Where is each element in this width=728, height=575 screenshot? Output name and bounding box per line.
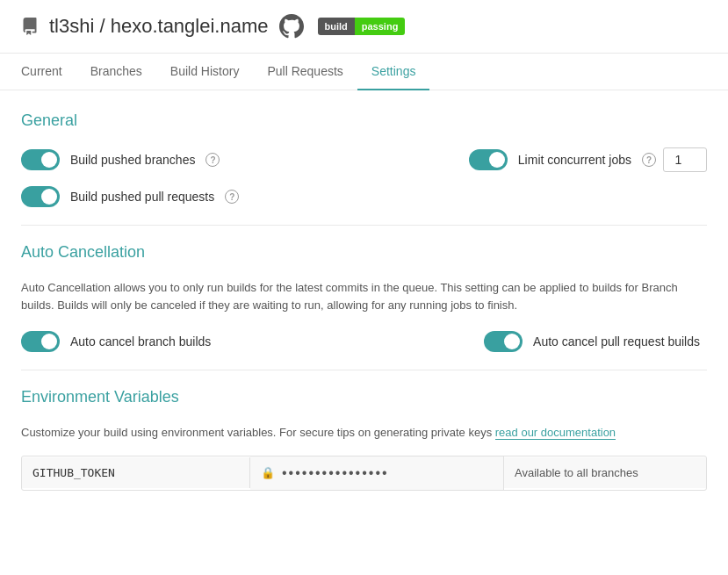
limit-concurrent-jobs-label: Limit concurrent jobs bbox=[518, 153, 631, 167]
tab-pull-requests[interactable]: Pull Requests bbox=[253, 54, 357, 90]
toggle-check-icon-5: ✓ bbox=[510, 335, 517, 345]
badge-build-label: build bbox=[318, 18, 355, 35]
tab-branches[interactable]: Branches bbox=[76, 54, 156, 90]
toggle-check-icon: ✓ bbox=[47, 154, 54, 163]
toggle-check-icon-3: ✓ bbox=[47, 190, 54, 200]
build-badge: build passing bbox=[318, 18, 406, 35]
auto-cancel-pull-request-toggle[interactable]: ✓ bbox=[484, 331, 523, 352]
general-section-title: General bbox=[21, 111, 707, 130]
toggle-track-4: ✓ bbox=[21, 331, 60, 352]
env-row: GITHUB_TOKEN 🔒 •••••••••••••••• Availabl… bbox=[22, 456, 706, 490]
auto-cancel-branch-label: Auto cancel branch builds bbox=[70, 334, 211, 349]
toggle-track-3: ✓ bbox=[21, 186, 60, 207]
limit-concurrent-jobs-input[interactable] bbox=[663, 147, 707, 172]
build-pushed-branches-toggle[interactable]: ✓ bbox=[21, 149, 60, 170]
tab-current[interactable]: Current bbox=[21, 54, 76, 90]
limit-concurrent-jobs-right: ✓ Limit concurrent jobs ? bbox=[364, 147, 708, 172]
limit-concurrent-jobs-toggle[interactable]: ✓ bbox=[469, 149, 508, 170]
limit-concurrent-jobs-help-icon[interactable]: ? bbox=[642, 153, 656, 167]
toggle-check-icon-2: ✓ bbox=[495, 154, 502, 163]
env-vars-section-title: Environment Variables bbox=[21, 388, 707, 406]
badge-status-label: passing bbox=[355, 18, 406, 35]
auto-cancel-branch-left: ✓ Auto cancel branch builds bbox=[21, 331, 364, 352]
build-pushed-pull-requests-label: Build pushed pull requests bbox=[70, 190, 214, 204]
divider-2 bbox=[21, 370, 707, 370]
github-icon[interactable] bbox=[279, 14, 304, 39]
lock-icon: 🔒 bbox=[261, 466, 275, 479]
build-pushed-branches-row: ✓ Build pushed branches ? ✓ Limit concur… bbox=[21, 147, 707, 172]
env-var-branch: Available to all branches bbox=[504, 457, 706, 488]
env-var-name: GITHUB_TOKEN bbox=[22, 457, 250, 488]
repo-name: hexo.tanglei.name bbox=[111, 15, 269, 37]
auto-cancel-pull-request-right: ✓ Auto cancel pull request builds bbox=[364, 331, 708, 352]
build-pushed-branches-left: ✓ Build pushed branches ? bbox=[21, 149, 364, 170]
settings-content: General ✓ Build pushed branches ? ✓ Limi… bbox=[0, 90, 728, 512]
build-pushed-pull-requests-row: ✓ Build pushed pull requests ? bbox=[21, 186, 707, 207]
auto-cancel-pull-request-label: Auto cancel pull request builds bbox=[533, 334, 700, 349]
build-pushed-branches-help-icon[interactable]: ? bbox=[205, 153, 220, 167]
env-doc-link[interactable]: read our documentation bbox=[495, 426, 616, 440]
auto-cancel-row: ✓ Auto cancel branch builds ✓ Auto cance… bbox=[21, 331, 707, 352]
build-pushed-branches-label: Build pushed branches bbox=[70, 153, 195, 167]
auto-cancellation-description: Auto Cancellation allows you to only run… bbox=[21, 279, 707, 313]
env-vars-description: Customize your build using environment v… bbox=[21, 424, 707, 442]
build-pushed-pull-requests-help-icon[interactable]: ? bbox=[225, 190, 239, 204]
toggle-track-2: ✓ bbox=[469, 149, 508, 170]
toggle-check-icon-4: ✓ bbox=[47, 335, 54, 345]
nav-tabs: Current Branches Build History Pull Requ… bbox=[0, 54, 728, 90]
env-var-name-value: GITHUB_TOKEN bbox=[32, 466, 115, 479]
header: tl3shi / hexo.tanglei.name build passing bbox=[0, 0, 728, 54]
repo-title: tl3shi / hexo.tanglei.name bbox=[49, 15, 269, 38]
repo-icon bbox=[21, 18, 39, 35]
env-desc-text: Customize your build using environment v… bbox=[21, 426, 492, 439]
repo-separator: / bbox=[94, 15, 110, 37]
auto-cancellation-section-title: Auto Cancellation bbox=[21, 243, 707, 262]
toggle-track-5: ✓ bbox=[484, 331, 523, 352]
repo-owner: tl3shi bbox=[49, 15, 94, 37]
build-pushed-pull-requests-left: ✓ Build pushed pull requests ? bbox=[21, 186, 707, 207]
toggle-track: ✓ bbox=[21, 149, 60, 170]
tab-build-history[interactable]: Build History bbox=[156, 54, 254, 90]
env-var-value-cell: 🔒 •••••••••••••••• bbox=[250, 456, 504, 490]
env-vars-table: GITHUB_TOKEN 🔒 •••••••••••••••• Availabl… bbox=[21, 456, 707, 491]
auto-cancel-branch-toggle[interactable]: ✓ bbox=[21, 331, 60, 352]
env-var-value: •••••••••••••••• bbox=[282, 465, 389, 481]
tab-settings[interactable]: Settings bbox=[357, 54, 430, 90]
divider-1 bbox=[21, 225, 707, 226]
build-pushed-pull-requests-toggle[interactable]: ✓ bbox=[21, 186, 60, 207]
